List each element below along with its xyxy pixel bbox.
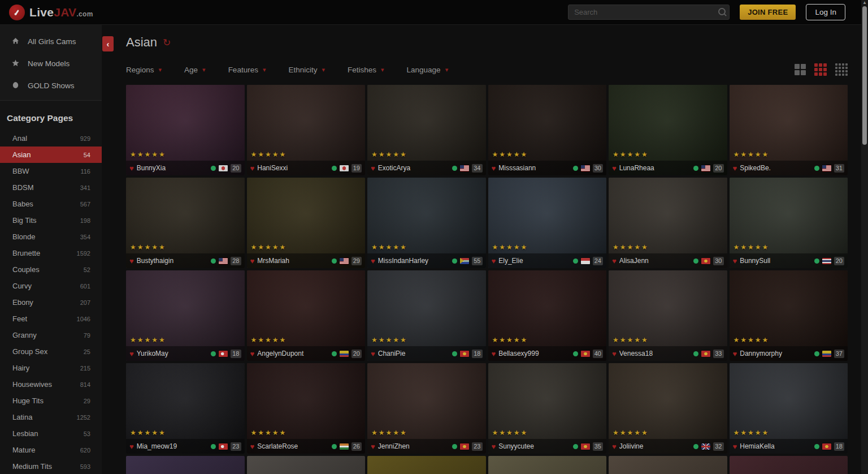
model-card-partial[interactable] xyxy=(367,456,486,474)
sidebar-category-item[interactable]: Babes 567 xyxy=(0,196,102,212)
model-card[interactable]: ★★★★★ ♥ ScarlateRose 26 xyxy=(247,363,366,454)
model-card[interactable]: ★★★★★ ♥ SpikedBe. 31 xyxy=(730,85,848,175)
model-card[interactable]: ★★★★★ ♥ AngelynDupont 20 xyxy=(247,270,366,361)
model-card[interactable]: ★★★★★ ♥ Misssasiann 30 xyxy=(488,85,607,175)
favorite-heart-icon[interactable]: ♥ xyxy=(612,443,617,450)
sidebar-category-item[interactable]: Curvy 601 xyxy=(0,278,102,294)
sidebar-category-item[interactable]: Asian 54 xyxy=(0,146,102,163)
filter-dropdown[interactable]: Language ▾ xyxy=(407,66,449,74)
grid-4x4-view-icon[interactable] xyxy=(835,63,848,76)
sidebar-nav-item[interactable]: New Models xyxy=(0,53,102,75)
sidebar-nav-item[interactable]: All Girls Cams xyxy=(0,31,102,53)
sidebar-category-item[interactable]: Medium Tits 593 xyxy=(0,458,102,474)
login-button[interactable]: Log In xyxy=(806,4,845,20)
sidebar-category-item[interactable]: Blonde 354 xyxy=(0,229,102,245)
model-card[interactable]: ★★★★★ ♥ Bellasexy999 40 xyxy=(488,270,607,361)
model-card[interactable]: ★★★★★ ♥ ExoticArya 34 xyxy=(367,85,486,175)
favorite-heart-icon[interactable]: ♥ xyxy=(733,257,737,265)
sidebar-category-item[interactable]: Huge Tits 29 xyxy=(0,393,102,409)
search-icon[interactable] xyxy=(718,8,724,14)
chevron-down-icon: ▾ xyxy=(159,66,162,74)
model-card[interactable]: ★★★★★ ♥ AlisaJenn 30 xyxy=(609,178,727,268)
favorite-heart-icon[interactable]: ♥ xyxy=(250,350,255,357)
sidebar-category-item[interactable]: Hairy 215 xyxy=(0,360,102,376)
filter-dropdown[interactable]: Age ▾ xyxy=(184,66,206,74)
model-card[interactable]: ★★★★★ ♥ JenniZhen 23 xyxy=(367,363,486,454)
favorite-heart-icon[interactable]: ♥ xyxy=(492,443,496,450)
sidebar-category-item[interactable]: Granny 79 xyxy=(0,327,102,343)
sidebar-nav-item[interactable]: GOLD Shows xyxy=(0,75,102,97)
favorite-heart-icon[interactable]: ♥ xyxy=(612,350,617,357)
model-card[interactable]: ★★★★★ ♥ LunaRheaa 20 xyxy=(609,85,727,175)
join-free-button[interactable]: JOIN FREE xyxy=(740,5,796,20)
sidebar-category-item[interactable]: Brunette 1592 xyxy=(0,245,102,261)
sidebar-category-item[interactable]: BBW 116 xyxy=(0,163,102,179)
page-scrollbar[interactable]: ▲ xyxy=(861,0,868,474)
favorite-heart-icon[interactable]: ♥ xyxy=(612,257,617,265)
grid-2x2-view-icon[interactable] xyxy=(795,64,806,75)
scrollbar-up-arrow[interactable]: ▲ xyxy=(861,0,868,6)
filter-dropdown[interactable]: Features ▾ xyxy=(228,66,266,74)
sidebar-category-item[interactable]: Anal 929 xyxy=(0,130,102,146)
favorite-heart-icon[interactable]: ♥ xyxy=(733,443,737,450)
sidebar-category-item[interactable]: Ebony 207 xyxy=(0,294,102,311)
sidebar-category-item[interactable]: Latina 1252 xyxy=(0,409,102,425)
favorite-heart-icon[interactable]: ♥ xyxy=(492,165,496,172)
model-card[interactable]: ★★★★★ ♥ MissIndanHarley 55 xyxy=(367,178,486,268)
sidebar-category-item[interactable]: Lesbian 53 xyxy=(0,425,102,442)
sidebar-category-item[interactable]: Mature 620 xyxy=(0,442,102,458)
model-card[interactable]: ★★★★★ ♥ BunnySull 20 xyxy=(730,178,848,268)
filter-dropdown[interactable]: Fetishes ▾ xyxy=(348,66,384,74)
favorite-heart-icon[interactable]: ♥ xyxy=(250,443,255,450)
grid-3x3-view-icon[interactable] xyxy=(814,63,827,76)
model-card[interactable]: ★★★★★ ♥ Ely_Elie 24 xyxy=(488,178,607,268)
model-card[interactable]: ★★★★★ ♥ Joliivine 32 xyxy=(609,363,727,454)
favorite-heart-icon[interactable]: ♥ xyxy=(612,165,617,172)
favorite-heart-icon[interactable]: ♥ xyxy=(733,350,737,357)
model-age: 29 xyxy=(351,257,362,265)
filter-dropdown[interactable]: Ethnicity ▾ xyxy=(288,66,325,74)
sidebar-category-item[interactable]: BDSM 341 xyxy=(0,179,102,196)
model-card[interactable]: ★★★★★ ♥ Sunyycutee 35 xyxy=(488,363,607,454)
sidebar-category-item[interactable]: Housewives 814 xyxy=(0,376,102,393)
favorite-heart-icon[interactable]: ♥ xyxy=(250,165,255,172)
scrollbar-thumb[interactable] xyxy=(862,6,867,145)
favorite-heart-icon[interactable]: ♥ xyxy=(371,257,375,265)
favorite-heart-icon[interactable]: ♥ xyxy=(371,350,375,357)
model-card-partial[interactable] xyxy=(247,456,366,474)
sidebar-category-item[interactable]: Group Sex 25 xyxy=(0,343,102,360)
favorite-heart-icon[interactable]: ♥ xyxy=(492,257,496,265)
model-card[interactable]: ★★★★★ ♥ Mia_meow19 23 xyxy=(126,363,245,454)
favorite-heart-icon[interactable]: ♥ xyxy=(371,443,375,450)
model-card[interactable]: ★★★★★ ♥ MrsMariah 29 xyxy=(247,178,366,268)
model-card-partial[interactable] xyxy=(488,456,607,474)
model-card[interactable]: ★★★★★ ♥ ChaniPie 18 xyxy=(367,270,486,361)
favorite-heart-icon[interactable]: ♥ xyxy=(371,165,375,172)
model-card[interactable]: ★★★★★ ♥ YurikoMay 18 xyxy=(126,270,245,361)
model-card[interactable]: ★★★★★ ♥ HaniSexxi 19 xyxy=(247,85,366,175)
favorite-heart-icon[interactable]: ♥ xyxy=(492,350,496,357)
model-card[interactable]: ★★★★★ ♥ Bustythaigin 28 xyxy=(126,178,245,268)
favorite-heart-icon[interactable]: ♥ xyxy=(733,165,737,172)
favorite-heart-icon[interactable]: ♥ xyxy=(129,350,134,357)
model-card[interactable]: ★★★★★ ♥ BunnyXia 20 xyxy=(126,85,245,175)
sidebar-category-item[interactable]: Couples 52 xyxy=(0,261,102,278)
model-card-partial[interactable] xyxy=(126,456,245,474)
sidebar-category-item[interactable]: Feet 1046 xyxy=(0,311,102,327)
favorite-heart-icon[interactable]: ♥ xyxy=(250,257,255,265)
sidebar-collapse-button[interactable]: ‹ xyxy=(102,36,114,51)
search-input[interactable] xyxy=(568,5,730,20)
sidebar-category-item[interactable]: Big Tits 198 xyxy=(0,212,102,229)
star-rating: ★★★★★ xyxy=(613,336,649,344)
favorite-heart-icon[interactable]: ♥ xyxy=(129,165,134,172)
model-card[interactable]: ★★★★★ ♥ Dannymorphy 37 xyxy=(730,270,848,361)
favorite-heart-icon[interactable]: ♥ xyxy=(129,443,134,450)
model-card[interactable]: ★★★★★ ♥ HemiaKella 18 xyxy=(730,363,848,454)
favorite-heart-icon[interactable]: ♥ xyxy=(129,257,134,265)
model-card[interactable]: ★★★★★ ♥ Venessa18 33 xyxy=(609,270,727,361)
model-card-partial[interactable] xyxy=(609,456,727,474)
refresh-icon[interactable]: ↻ xyxy=(163,38,171,48)
filter-dropdown[interactable]: Regions ▾ xyxy=(126,66,162,74)
site-logo[interactable]: LiveJAV.com xyxy=(9,5,93,20)
model-card-partial[interactable] xyxy=(730,456,848,474)
